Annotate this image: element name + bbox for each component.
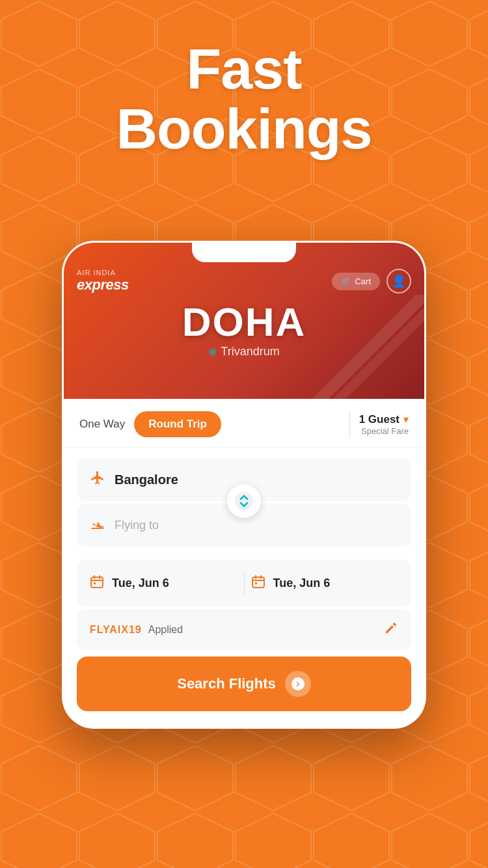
svg-line-0 [307, 295, 424, 399]
search-flights-button[interactable]: Search Flights [77, 657, 411, 711]
promo-status: Applied [148, 624, 183, 636]
svg-rect-4 [94, 582, 96, 584]
to-placeholder: Flying to [115, 519, 159, 532]
one-way-option[interactable]: One Way [79, 418, 125, 431]
app-header: AIR INDIA express 🛒 Cart 👤 DOHA Trivandr… [64, 243, 424, 399]
app-topbar: AIR INDIA express 🛒 Cart 👤 [64, 262, 424, 293]
cart-icon: 🛒 [341, 277, 351, 286]
return-date[interactable]: Tue, Jun 6 [251, 575, 399, 592]
guest-selector[interactable]: 1 Guest ▾ Special Fare [349, 411, 409, 438]
route-fields: Bangalore [64, 448, 424, 557]
return-date-value: Tue, Jun 6 [273, 576, 331, 590]
hero-line1: Fast [0, 39, 488, 99]
topbar-actions: 🛒 Cart 👤 [332, 269, 411, 293]
calendar-icon-return [251, 575, 265, 592]
phone-frame: AIR INDIA express 🛒 Cart 👤 DOHA Trivandr… [62, 241, 426, 729]
svg-rect-3 [91, 577, 103, 588]
depart-date[interactable]: Tue, Jun 6 [90, 575, 237, 592]
logo-brand: AIR INDIA [77, 269, 129, 277]
guest-info: 1 Guest ▾ Special Fare [359, 413, 409, 436]
calendar-icon-depart [90, 575, 104, 592]
app-logo: AIR INDIA express [77, 269, 129, 293]
takeoff-icon [90, 470, 105, 489]
cart-button[interactable]: 🛒 Cart [332, 273, 380, 290]
svg-rect-6 [255, 582, 257, 584]
svg-rect-5 [252, 577, 264, 588]
logo-name: express [77, 277, 129, 293]
divider [349, 411, 350, 438]
accent-decoration [307, 295, 424, 399]
round-trip-button[interactable]: Round Trip [134, 411, 221, 437]
svg-point-2 [235, 492, 253, 510]
promo-code: FLYAIX19 [90, 624, 142, 636]
promo-edit-icon[interactable] [384, 621, 398, 638]
search-arrow-icon [285, 671, 311, 697]
depart-date-value: Tue, Jun 6 [112, 576, 169, 590]
guest-count: 1 Guest [359, 413, 400, 426]
cart-label: Cart [355, 277, 371, 286]
phone-mockup: AIR INDIA express 🛒 Cart 👤 DOHA Trivandr… [62, 241, 426, 729]
hero-title: Fast Bookings [0, 0, 488, 159]
promo-content: FLYAIX19 Applied [90, 624, 183, 636]
from-value: Bangalore [115, 472, 178, 487]
chevron-down-icon: ▾ [403, 413, 409, 426]
profile-icon: 👤 [392, 274, 406, 288]
trip-options: One Way Round Trip [79, 411, 221, 437]
profile-button[interactable]: 👤 [386, 269, 411, 293]
search-flights-label: Search Flights [177, 675, 276, 692]
hero-line2: Bookings [0, 99, 488, 159]
landing-icon [90, 515, 105, 535]
phone-notch [192, 243, 296, 262]
swap-icon [235, 492, 253, 510]
trip-type-row: One Way Round Trip 1 Guest ▾ Special Far… [64, 399, 424, 448]
promo-row: FLYAIX19 Applied [77, 609, 411, 650]
date-row[interactable]: Tue, Jun 6 Tue, Jun 6 [77, 560, 411, 606]
date-divider [244, 571, 245, 595]
special-fare-label: Special Fare [359, 426, 409, 436]
swap-button[interactable] [227, 484, 261, 518]
booking-panel: One Way Round Trip 1 Guest ▾ Special Far… [64, 399, 424, 727]
